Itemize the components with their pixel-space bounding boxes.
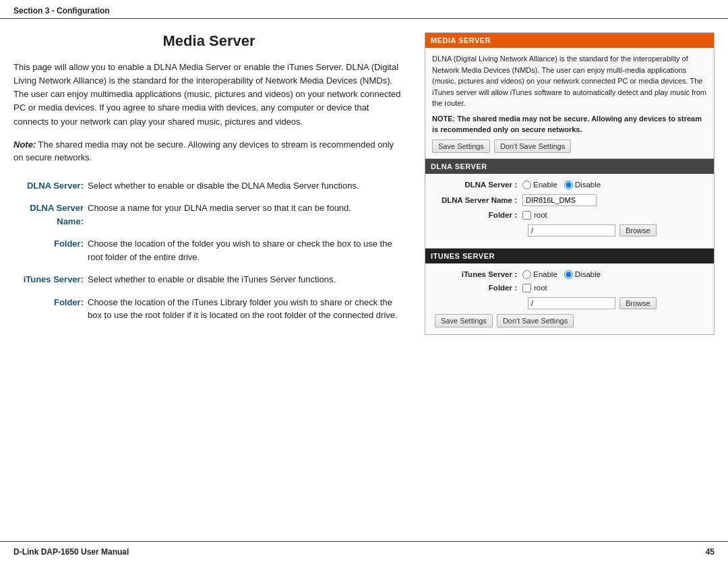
bottom-footer: D-Link DAP-1650 User Manual 45: [0, 541, 728, 562]
itunes-disable-label[interactable]: Disable: [564, 270, 601, 279]
itunes-folder-label: Folder :: [435, 284, 522, 292]
itunes-server-label: iTunes Server :: [435, 270, 522, 278]
itunes-radio-group: Enable Disable: [522, 270, 601, 279]
itunes-server-section: ITUNES SERVER iTunes Server : Enable Dis…: [425, 248, 714, 334]
descriptions-table: DLNA Server: Select whether to enable or…: [13, 177, 404, 329]
media-server-desc: DLNA (Digital Living Network Alliance) i…: [432, 53, 707, 109]
media-server-section: MEDIA SERVER DLNA (Digital Living Networ…: [425, 33, 714, 158]
dlna-root-label[interactable]: root: [522, 211, 547, 220]
intro-paragraph: This page will allow you to enable a DLN…: [13, 61, 404, 129]
desc-label-itunes-server: iTunes Server:: [13, 270, 88, 293]
itunes-root-checkbox[interactable]: [522, 284, 531, 292]
dlna-folder-label-row: Folder : root: [435, 211, 704, 220]
itunes-folder-label-row: Folder : root: [435, 284, 704, 292]
itunes-btn-row: Save Settings Don't Save Settings: [435, 314, 704, 327]
dlna-name-label: DLNA Server Name :: [435, 196, 522, 204]
itunes-enable-label[interactable]: Enable: [522, 270, 557, 279]
section-label: Section 3 - Configuration: [13, 6, 110, 15]
note-bold: Note:: [13, 139, 36, 150]
dlna-disable-radio[interactable]: [564, 181, 573, 189]
itunes-folder-path-row: Browse: [528, 297, 704, 309]
dlna-folder-input[interactable]: [528, 224, 615, 237]
dlna-server-radio-group: Enable Disable: [522, 181, 601, 189]
desc-label-dlna-name: DLNA Server Name:: [13, 199, 88, 235]
dlna-server-label: DLNA Server :: [435, 181, 522, 189]
desc-text-folder2: Choose the location of the iTunes Librar…: [88, 293, 404, 329]
note-text: The shared media may not be secure. Allo…: [13, 139, 394, 163]
itunes-root-label[interactable]: root: [522, 284, 547, 292]
desc-label-dlna-server: DLNA Server:: [13, 177, 88, 199]
itunes-disable-radio[interactable]: [564, 270, 573, 279]
media-server-header: MEDIA SERVER: [425, 33, 714, 48]
dlna-folder-path-row: Browse: [528, 224, 704, 237]
desc-row-itunes-server: iTunes Server: Select whether to enable …: [13, 270, 404, 293]
media-server-body: DLNA (Digital Living Network Alliance) i…: [425, 48, 714, 158]
desc-row-dlna-name: DLNA Server Name: Choose a name for your…: [13, 199, 404, 235]
dont-save-btn-1[interactable]: Don't Save Settings: [494, 139, 571, 153]
dlna-server-body: DLNA Server : Enable Disable: [425, 174, 714, 248]
dlna-enable-radio[interactable]: [522, 181, 531, 189]
dlna-browse-btn[interactable]: Browse: [619, 224, 657, 237]
dlna-disable-label[interactable]: Disable: [564, 181, 601, 189]
main-content: Media Server This page will allow you to…: [0, 19, 728, 348]
section-header: Section 3 - Configuration: [0, 0, 728, 19]
save-settings-btn-1[interactable]: Save Settings: [432, 139, 490, 153]
left-column: Media Server This page will allow you to…: [13, 32, 411, 335]
footer-left: D-Link DAP-1650 User Manual: [13, 547, 129, 557]
dlna-root-checkbox[interactable]: [522, 211, 531, 220]
dont-save-btn-2[interactable]: Don't Save Settings: [497, 314, 574, 327]
dlna-folder-label: Folder :: [435, 211, 522, 219]
itunes-server-field-row: iTunes Server : Enable Disable: [435, 270, 704, 279]
dlna-server-header: DLNA SERVER: [425, 159, 714, 174]
desc-text-dlna-name: Choose a name for your DLNA media server…: [88, 199, 404, 235]
itunes-folder-input[interactable]: [528, 297, 615, 309]
right-panel: MEDIA SERVER DLNA (Digital Living Networ…: [425, 32, 715, 335]
footer-right: 45: [706, 547, 715, 557]
itunes-server-body: iTunes Server : Enable Disable: [425, 263, 714, 334]
dlna-name-input[interactable]: [522, 194, 597, 206]
desc-row-dlna-server: DLNA Server: Select whether to enable or…: [13, 177, 404, 199]
desc-row-folder1: Folder: Choose the location of the folde…: [13, 235, 404, 270]
page-title: Media Server: [13, 32, 404, 50]
save-settings-btn-2[interactable]: Save Settings: [435, 314, 493, 327]
dlna-name-field-row: DLNA Server Name :: [435, 194, 704, 206]
desc-text-itunes-server: Select whether to enable or disable the …: [88, 270, 404, 293]
desc-label-folder2: Folder:: [13, 293, 88, 329]
media-server-panel: MEDIA SERVER DLNA (Digital Living Networ…: [425, 32, 715, 335]
dlna-server-section: DLNA SERVER DLNA Server : Enable Disable: [425, 158, 714, 248]
desc-text-folder1: Choose the location of the folder you wi…: [88, 235, 404, 270]
itunes-browse-btn[interactable]: Browse: [619, 297, 657, 309]
itunes-server-header: ITUNES SERVER: [425, 249, 714, 263]
desc-row-folder2: Folder: Choose the location of the iTune…: [13, 293, 404, 329]
dlna-enable-label[interactable]: Enable: [522, 181, 557, 189]
desc-label-folder1: Folder:: [13, 235, 88, 270]
media-server-btn-row: Save Settings Don't Save Settings: [432, 139, 707, 153]
dlna-server-field-row: DLNA Server : Enable Disable: [435, 181, 704, 189]
desc-text-dlna-server: Select whether to enable or disable the …: [88, 177, 404, 199]
media-server-note: NOTE: The shared media may not be secure…: [432, 113, 707, 135]
note-paragraph: Note: The shared media may not be secure…: [13, 138, 404, 164]
itunes-enable-radio[interactable]: [522, 270, 531, 279]
